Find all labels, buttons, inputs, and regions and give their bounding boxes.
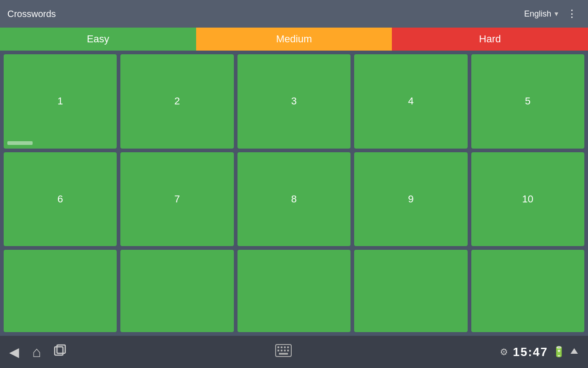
language-selector[interactable]: English ▼	[524, 9, 560, 19]
language-label: English	[524, 9, 551, 19]
svg-rect-3	[277, 346, 279, 348]
bottom-bar: ◀ ⌂ ⚙ 15:47 🔋	[0, 336, 588, 368]
puzzle-cell-13[interactable]	[237, 250, 351, 332]
svg-rect-7	[277, 350, 279, 351]
puzzle-cell-8[interactable]: 8	[237, 152, 351, 247]
puzzle-cell-2[interactable]: 2	[120, 54, 233, 149]
bottom-nav-left: ◀ ⌂	[9, 344, 67, 361]
svg-rect-6	[287, 346, 289, 348]
bottom-nav-center	[275, 344, 292, 360]
puzzle-cell-1[interactable]: 1	[4, 54, 117, 149]
keyboard-icon[interactable]	[275, 344, 292, 360]
svg-rect-10	[287, 350, 289, 351]
tab-medium[interactable]: Medium	[196, 28, 392, 51]
svg-rect-4	[281, 346, 283, 348]
tab-easy[interactable]: Easy	[0, 28, 196, 51]
puzzle-cell-7[interactable]: 7	[120, 152, 233, 247]
home-button[interactable]: ⌂	[32, 344, 41, 361]
svg-rect-11	[279, 353, 288, 355]
svg-rect-8	[281, 350, 283, 351]
puzzle-cell-10[interactable]: 10	[471, 152, 584, 247]
top-bar: Crosswords English ▼ ⋮	[0, 0, 588, 28]
puzzle-cell-12[interactable]	[120, 250, 233, 332]
time-display: 15:47	[513, 345, 548, 359]
wifi-icon	[570, 346, 579, 358]
more-options-icon[interactable]: ⋮	[563, 6, 581, 22]
tab-medium-label: Medium	[276, 33, 312, 45]
puzzle-cell-14[interactable]	[354, 250, 467, 332]
puzzle-cell-3[interactable]: 3	[237, 54, 351, 149]
app-title: Crosswords	[7, 9, 56, 19]
puzzle-cell-5[interactable]: 5	[471, 54, 584, 149]
svg-marker-12	[571, 348, 578, 354]
back-button[interactable]: ◀	[9, 345, 19, 360]
battery-icon: 🔋	[553, 346, 565, 358]
top-bar-right: English ▼ ⋮	[524, 6, 581, 22]
puzzle-cell-15[interactable]	[471, 250, 584, 332]
puzzle-grid: 12345678910	[0, 51, 588, 336]
chevron-down-icon: ▼	[553, 10, 560, 17]
puzzle-cell-9[interactable]: 9	[354, 152, 467, 247]
puzzle-cell-4[interactable]: 4	[354, 54, 467, 149]
svg-rect-1	[57, 345, 65, 353]
svg-rect-9	[284, 350, 286, 351]
svg-rect-5	[284, 346, 286, 348]
tab-easy-label: Easy	[87, 33, 109, 45]
tab-hard[interactable]: Hard	[392, 28, 588, 51]
puzzle-cell-6[interactable]: 6	[4, 152, 117, 247]
settings-icon: ⚙	[500, 346, 508, 357]
svg-rect-0	[55, 347, 63, 355]
puzzle-cell-11[interactable]	[4, 250, 117, 332]
difficulty-tabs: Easy Medium Hard	[0, 28, 588, 51]
recents-button[interactable]	[54, 344, 67, 360]
bottom-nav-right: ⚙ 15:47 🔋	[500, 345, 579, 359]
tab-hard-label: Hard	[479, 33, 501, 45]
